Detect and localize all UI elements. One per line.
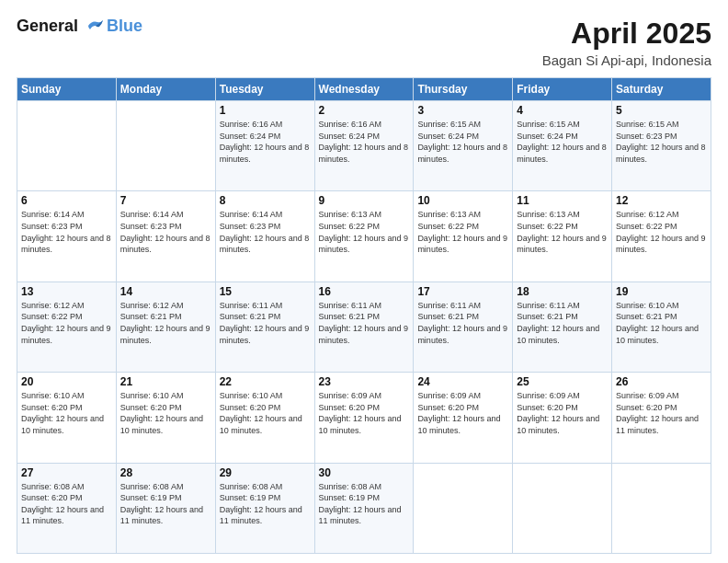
cell-sunset-info: Sunset: 6:23 PM [616, 131, 707, 143]
cell-sun-info: Sunrise: 6:08 AM [319, 481, 410, 493]
calendar-cell: 29Sunrise: 6:08 AMSunset: 6:19 PMDayligh… [215, 463, 314, 553]
cell-daylight-info: Daylight: 12 hours and 9 minutes. [417, 323, 508, 346]
calendar-cell: 14Sunrise: 6:12 AMSunset: 6:21 PMDayligh… [116, 282, 215, 372]
cell-daylight-info: Daylight: 12 hours and 9 minutes. [616, 233, 707, 256]
calendar-cell: 28Sunrise: 6:08 AMSunset: 6:19 PMDayligh… [116, 463, 215, 553]
cell-daylight-info: Daylight: 12 hours and 8 minutes. [319, 142, 410, 165]
calendar-week-row: 1Sunrise: 6:16 AMSunset: 6:24 PMDaylight… [17, 101, 711, 191]
day-number: 5 [616, 104, 707, 117]
cell-sunset-info: Sunset: 6:21 PM [120, 311, 211, 323]
cell-daylight-info: Daylight: 12 hours and 8 minutes. [220, 233, 311, 256]
cell-daylight-info: Daylight: 12 hours and 11 minutes. [21, 504, 112, 527]
calendar-week-row: 6Sunrise: 6:14 AMSunset: 6:23 PMDaylight… [17, 191, 711, 282]
day-number: 17 [417, 285, 508, 298]
day-number: 30 [319, 466, 410, 479]
cell-sun-info: Sunrise: 6:12 AM [120, 300, 211, 312]
weekday-header-thursday: Thursday [414, 78, 513, 101]
weekday-header-sunday: Sunday [17, 78, 117, 101]
cell-daylight-info: Daylight: 12 hours and 8 minutes. [517, 142, 608, 165]
cell-sun-info: Sunrise: 6:13 AM [517, 209, 608, 221]
cell-sun-info: Sunrise: 6:10 AM [120, 390, 211, 402]
cell-sun-info: Sunrise: 6:14 AM [21, 209, 112, 221]
cell-sunset-info: Sunset: 6:23 PM [120, 221, 211, 233]
day-number: 1 [220, 104, 311, 117]
cell-sun-info: Sunrise: 6:10 AM [220, 390, 311, 402]
cell-sun-info: Sunrise: 6:11 AM [220, 300, 311, 312]
calendar-cell: 25Sunrise: 6:09 AMSunset: 6:20 PMDayligh… [513, 373, 612, 463]
calendar-cell: 9Sunrise: 6:13 AMSunset: 6:22 PMDaylight… [314, 191, 414, 282]
cell-daylight-info: Daylight: 12 hours and 10 minutes. [517, 323, 608, 346]
month-title: April 2025 [542, 17, 711, 51]
day-number: 4 [517, 104, 608, 117]
cell-daylight-info: Daylight: 12 hours and 8 minutes. [616, 142, 707, 165]
cell-sun-info: Sunrise: 6:15 AM [417, 119, 508, 131]
weekday-header-wednesday: Wednesday [314, 78, 414, 101]
cell-daylight-info: Daylight: 12 hours and 9 minutes. [220, 323, 311, 346]
day-number: 15 [220, 285, 311, 298]
cell-sunset-info: Sunset: 6:24 PM [417, 131, 508, 143]
day-number: 29 [220, 466, 311, 479]
day-number: 18 [517, 285, 608, 298]
cell-sun-info: Sunrise: 6:08 AM [220, 481, 311, 493]
day-number: 14 [120, 285, 211, 298]
logo-bird-icon [85, 18, 105, 35]
cell-sunset-info: Sunset: 6:21 PM [220, 311, 311, 323]
cell-daylight-info: Daylight: 12 hours and 8 minutes. [120, 233, 211, 256]
cell-sunset-info: Sunset: 6:20 PM [220, 402, 311, 414]
calendar-cell: 20Sunrise: 6:10 AMSunset: 6:20 PMDayligh… [17, 373, 117, 463]
calendar-cell: 6Sunrise: 6:14 AMSunset: 6:23 PMDaylight… [17, 191, 117, 282]
cell-sunset-info: Sunset: 6:19 PM [220, 492, 311, 504]
calendar-week-row: 27Sunrise: 6:08 AMSunset: 6:20 PMDayligh… [17, 463, 711, 553]
calendar-cell: 19Sunrise: 6:10 AMSunset: 6:21 PMDayligh… [612, 282, 711, 372]
cell-sun-info: Sunrise: 6:14 AM [220, 209, 311, 221]
calendar-cell: 18Sunrise: 6:11 AMSunset: 6:21 PMDayligh… [513, 282, 612, 372]
cell-sun-info: Sunrise: 6:12 AM [616, 209, 707, 221]
day-number: 13 [21, 285, 112, 298]
cell-daylight-info: Daylight: 12 hours and 8 minutes. [417, 142, 508, 165]
cell-sun-info: Sunrise: 6:10 AM [616, 300, 707, 312]
location-title: Bagan Si Api-api, Indonesia [542, 52, 711, 68]
cell-daylight-info: Daylight: 12 hours and 10 minutes. [417, 413, 508, 436]
cell-sun-info: Sunrise: 6:16 AM [319, 119, 410, 131]
calendar-cell [116, 101, 215, 191]
calendar-cell: 8Sunrise: 6:14 AMSunset: 6:23 PMDaylight… [215, 191, 314, 282]
day-number: 26 [616, 375, 707, 388]
calendar-cell: 16Sunrise: 6:11 AMSunset: 6:21 PMDayligh… [314, 282, 414, 372]
calendar-cell: 7Sunrise: 6:14 AMSunset: 6:23 PMDaylight… [116, 191, 215, 282]
cell-sunset-info: Sunset: 6:24 PM [319, 131, 410, 143]
calendar-cell: 24Sunrise: 6:09 AMSunset: 6:20 PMDayligh… [414, 373, 513, 463]
calendar-cell: 17Sunrise: 6:11 AMSunset: 6:21 PMDayligh… [414, 282, 513, 372]
day-number: 12 [616, 194, 707, 207]
cell-sunset-info: Sunset: 6:21 PM [517, 311, 608, 323]
weekday-header-monday: Monday [116, 78, 215, 101]
day-number: 27 [21, 466, 112, 479]
day-number: 9 [319, 194, 410, 207]
calendar-cell: 13Sunrise: 6:12 AMSunset: 6:22 PMDayligh… [17, 282, 117, 372]
calendar-cell: 21Sunrise: 6:10 AMSunset: 6:20 PMDayligh… [116, 373, 215, 463]
cell-daylight-info: Daylight: 12 hours and 10 minutes. [616, 323, 707, 346]
cell-sunset-info: Sunset: 6:22 PM [616, 221, 707, 233]
cell-sun-info: Sunrise: 6:12 AM [21, 300, 112, 312]
cell-sunset-info: Sunset: 6:21 PM [417, 311, 508, 323]
cell-daylight-info: Daylight: 12 hours and 8 minutes. [21, 233, 112, 256]
cell-sun-info: Sunrise: 6:15 AM [616, 119, 707, 131]
calendar-header-row: SundayMondayTuesdayWednesdayThursdayFrid… [17, 78, 711, 101]
cell-sunset-info: Sunset: 6:22 PM [319, 221, 410, 233]
logo: General Blue [17, 17, 142, 36]
cell-sun-info: Sunrise: 6:11 AM [417, 300, 508, 312]
logo-text-general: General [17, 17, 78, 35]
cell-sun-info: Sunrise: 6:16 AM [220, 119, 311, 131]
cell-daylight-info: Daylight: 12 hours and 9 minutes. [319, 233, 410, 256]
weekday-header-tuesday: Tuesday [215, 78, 314, 101]
cell-sun-info: Sunrise: 6:09 AM [517, 390, 608, 402]
day-number: 3 [417, 104, 508, 117]
cell-sunset-info: Sunset: 6:24 PM [220, 131, 311, 143]
cell-sunset-info: Sunset: 6:20 PM [417, 402, 508, 414]
cell-sunset-info: Sunset: 6:20 PM [120, 402, 211, 414]
cell-daylight-info: Daylight: 12 hours and 9 minutes. [21, 323, 112, 346]
cell-sun-info: Sunrise: 6:08 AM [21, 481, 112, 493]
cell-sunset-info: Sunset: 6:20 PM [616, 402, 707, 414]
calendar-cell: 10Sunrise: 6:13 AMSunset: 6:22 PMDayligh… [414, 191, 513, 282]
cell-sunset-info: Sunset: 6:23 PM [220, 221, 311, 233]
cell-daylight-info: Daylight: 12 hours and 9 minutes. [517, 233, 608, 256]
